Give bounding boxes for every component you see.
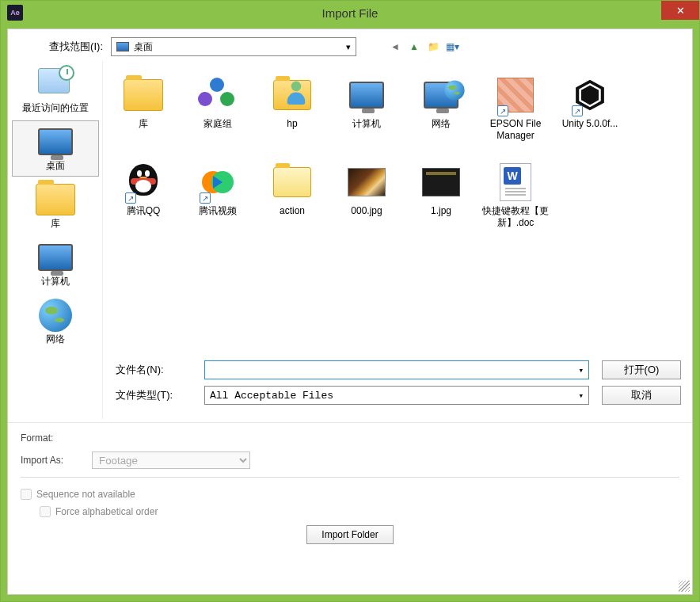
filetype-label: 文件类型(T):: [109, 388, 204, 402]
format-label: Format:: [21, 432, 92, 444]
list-item-homegroup[interactable]: 家庭组: [181, 72, 255, 142]
import-as-label: Import As:: [21, 455, 92, 466]
dialog-body: 查找范围(I): 桌面 ▾ ◄ ▲ 📁 ▦▾ 最近访问的位置: [7, 29, 693, 595]
libraries-icon: [36, 184, 75, 215]
list-item-network[interactable]: 网络: [404, 72, 478, 142]
titlebar[interactable]: Ae Import File ✕: [1, 1, 699, 25]
item-label: 计算机: [329, 118, 404, 130]
list-item-unity[interactable]: ↗ Unity 5.0.0f...: [553, 72, 627, 142]
checkbox-label: Sequence not available: [36, 489, 135, 500]
filetype-value: All Acceptable Files: [210, 390, 333, 402]
place-label: 网络: [13, 333, 98, 346]
item-label: 腾讯视频: [181, 205, 255, 217]
new-folder-icon[interactable]: 📁: [426, 40, 440, 54]
open-button[interactable]: 打开(O): [602, 360, 681, 379]
checkbox-input[interactable]: [40, 506, 51, 517]
shortcut-icon: ↗: [497, 105, 508, 116]
import-options: Format: Import As: Footage Sequence not …: [8, 422, 692, 551]
desktop-icon: [116, 42, 129, 51]
computer-icon: [349, 82, 384, 109]
list-item-epson[interactable]: ↗ EPSON File Manager: [478, 72, 553, 142]
item-label: 快捷键教程【更新】.doc: [478, 205, 553, 229]
desktop-icon: [38, 128, 73, 155]
checkbox-input[interactable]: [21, 489, 32, 500]
middle-panel: 最近访问的位置 桌面 库 计算机 网络: [8, 61, 692, 419]
list-item-qq[interactable]: ↗ 腾讯QQ: [106, 159, 181, 229]
file-list[interactable]: 库 家庭组 hp: [103, 61, 692, 419]
place-recent[interactable]: 最近访问的位置: [12, 63, 99, 119]
checkbox-label: Force alphabetical order: [55, 506, 158, 517]
window-frame: Ae Import File ✕ 查找范围(I): 桌面 ▾ ◄ ▲ 📁 ▦▾: [0, 0, 700, 602]
place-label: 最近访问的位置: [13, 101, 98, 115]
window-title: Import File: [322, 6, 379, 20]
folder-icon: [273, 80, 311, 110]
item-label: 库: [106, 118, 181, 130]
list-item-computer[interactable]: 计算机: [329, 72, 404, 142]
chevron-down-icon: ▾: [346, 42, 351, 52]
filetype-select[interactable]: All Acceptable Files ▾: [204, 386, 589, 405]
word-doc-icon: W: [500, 163, 531, 201]
chevron-down-icon[interactable]: ▾: [578, 391, 584, 401]
folder-icon: [273, 167, 311, 197]
place-desktop[interactable]: 桌面: [12, 120, 99, 177]
filename-input[interactable]: ▾: [204, 360, 589, 379]
import-folder-button[interactable]: Import Folder: [306, 525, 393, 544]
folder-icon: [124, 79, 163, 111]
place-network[interactable]: 网络: [12, 294, 99, 350]
resize-grip-icon[interactable]: [679, 581, 690, 592]
list-item-action[interactable]: action: [255, 159, 329, 229]
filename-label: 文件名(N):: [109, 363, 204, 377]
chevron-down-icon[interactable]: ▾: [578, 365, 584, 375]
item-label: 家庭组: [181, 118, 255, 130]
shortcut-icon: ↗: [572, 105, 583, 116]
place-computer[interactable]: 计算机: [12, 236, 99, 292]
close-button[interactable]: ✕: [661, 1, 699, 20]
up-icon[interactable]: ▲: [407, 40, 421, 54]
cancel-button[interactable]: 取消: [602, 386, 681, 405]
computer-icon: [38, 244, 73, 271]
network-icon: [39, 299, 72, 332]
list-item-doc[interactable]: W 快捷键教程【更新】.doc: [478, 159, 553, 229]
close-icon: ✕: [676, 5, 685, 17]
shortcut-icon: ↗: [200, 192, 211, 204]
list-item-1jpg[interactable]: 1.jpg: [404, 159, 478, 229]
image-thumb-icon: [348, 168, 386, 196]
image-thumb-icon: [422, 168, 460, 196]
place-libraries[interactable]: 库: [12, 178, 99, 234]
recent-icon: [38, 68, 73, 100]
shortcut-icon: ↗: [125, 192, 136, 204]
item-label: EPSON File Manager: [478, 118, 553, 142]
app-icon: Ae: [7, 5, 23, 21]
lookin-value: 桌面: [134, 40, 153, 54]
list-item-hp[interactable]: hp: [255, 72, 329, 142]
sequence-checkbox[interactable]: Sequence not available: [21, 489, 679, 500]
item-label: action: [255, 205, 329, 217]
item-label: 000.jpg: [329, 205, 404, 217]
place-label: 库: [13, 217, 98, 231]
list-item-000jpg[interactable]: 000.jpg: [329, 159, 404, 229]
back-icon[interactable]: ◄: [388, 40, 402, 54]
alpha-order-checkbox[interactable]: Force alphabetical order: [40, 506, 679, 517]
item-label: 腾讯QQ: [106, 205, 181, 217]
nav-toolbar: ◄ ▲ 📁 ▦▾: [388, 40, 459, 54]
list-item-tvideo[interactable]: ↗ 腾讯视频: [181, 159, 255, 229]
file-fields: 文件名(N): ▾ 打开(O) 文件类型(T): All Acceptable …: [103, 360, 692, 411]
item-label: 1.jpg: [404, 205, 478, 217]
item-label: 网络: [404, 118, 478, 130]
view-menu-icon[interactable]: ▦▾: [445, 40, 459, 54]
place-label: 计算机: [13, 275, 98, 288]
item-label: hp: [255, 118, 329, 130]
item-label: Unity 5.0.0f...: [553, 118, 627, 130]
lookin-label: 查找范围(I):: [16, 40, 103, 54]
import-as-select[interactable]: Footage: [92, 452, 250, 469]
lookin-combo[interactable]: 桌面 ▾: [111, 37, 356, 56]
homegroup-icon: [198, 78, 238, 112]
places-bar: 最近访问的位置 桌面 库 计算机 网络: [8, 61, 103, 419]
divider: [21, 477, 679, 478]
lookin-bar: 查找范围(I): 桌面 ▾ ◄ ▲ 📁 ▦▾: [8, 29, 692, 61]
globe-icon: [444, 80, 464, 100]
place-label: 桌面: [13, 159, 98, 173]
list-item-libraries[interactable]: 库: [106, 72, 181, 142]
